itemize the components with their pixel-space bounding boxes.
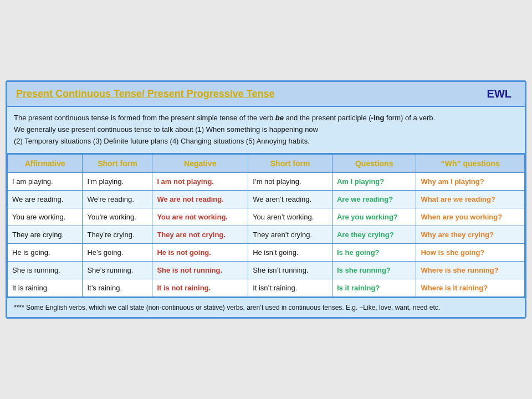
cell-affirmative: He is going. (8, 243, 83, 261)
intro-line3: We generally use present continuous tens… (14, 124, 518, 136)
cell-shortform2: It isn’t raining. (248, 279, 332, 296)
cell-affirmative: I am playing. (8, 172, 83, 190)
cell-affirmative: It is raining. (8, 279, 83, 296)
cell-shortform2: You aren’t working. (248, 208, 332, 226)
cell-shortform1: You’re working. (83, 208, 152, 226)
cell-shortform1: They’re crying. (83, 226, 152, 243)
cell-negative: You are not working. (152, 208, 248, 226)
cell-questions: Am I playing? (332, 172, 416, 190)
table-row: I am playing.I’m playing.I am not playin… (8, 172, 525, 190)
cell-shortform2: I’m not playing. (248, 172, 332, 190)
cell-negative: He is not going. (152, 243, 248, 261)
cell-shortform1: He’s going. (83, 243, 152, 261)
cell-shortform1: I’m playing. (83, 172, 152, 190)
table-row: They are crying.They’re crying.They are … (8, 226, 525, 243)
cell-negative: They are not crying. (152, 226, 248, 243)
cell-wh: What are we reading? (416, 190, 525, 208)
header-shortform1: Short form (83, 154, 152, 172)
cell-shortform1: It’s raining. (83, 279, 152, 296)
cell-questions: Are we reading? (332, 190, 416, 208)
ing-form: -ing (371, 114, 385, 122)
cell-shortform2: She isn’t running. (248, 261, 332, 279)
header-shortform2: Short form (248, 154, 332, 172)
table-row: He is going.He’s going.He is not going.H… (8, 243, 525, 261)
cell-shortform1: We’re reading. (83, 190, 152, 208)
cell-wh: Where is it raining? (416, 279, 525, 296)
intro-line4: (2) Temporary situations (3) Definite fu… (14, 136, 518, 147)
cell-wh: Where is she running? (416, 261, 525, 279)
header-row: Affirmative Short form Negative Short fo… (8, 154, 525, 172)
cell-wh: When are you working? (416, 208, 525, 226)
cell-questions: Are they crying? (332, 226, 416, 243)
cell-wh: How is she going? (416, 243, 525, 261)
cell-questions: Are you working? (332, 208, 416, 226)
cell-affirmative: We are reading. (8, 190, 83, 208)
cell-wh: Why are they crying? (416, 226, 525, 243)
header-negative: Negative (152, 154, 248, 172)
cell-negative: We are not reading. (152, 190, 248, 208)
cell-negative: She is not running. (152, 261, 248, 279)
cell-affirmative: They are crying. (8, 226, 83, 243)
cell-questions: Is it raining? (332, 279, 416, 296)
table-row: It is raining.It’s raining.It is not rai… (8, 279, 525, 296)
header-wh: “Wh” questions (416, 154, 525, 172)
table-row: We are reading.We’re reading.We are not … (8, 190, 525, 208)
table-row: She is running.She’s running.She is not … (8, 261, 525, 279)
tense-table: Affirmative Short form Negative Short fo… (7, 154, 525, 297)
cell-questions: Is she running? (332, 261, 416, 279)
verb-be: be (275, 114, 284, 122)
page-title: Present Continuous Tense/ Present Progre… (16, 88, 274, 100)
cell-affirmative: She is running. (8, 261, 83, 279)
cell-questions: Is he going? (332, 243, 416, 261)
cell-negative: It is not raining. (152, 279, 248, 296)
cell-negative: I am not playing. (152, 172, 248, 190)
intro-section: The present continuous tense is formed f… (7, 107, 525, 154)
cell-affirmative: You are working. (8, 208, 83, 226)
title-bar: Present Continuous Tense/ Present Progre… (7, 82, 525, 107)
footer-note: **** Some English verbs, which we call s… (7, 297, 525, 317)
cell-shortform2: We aren’t reading. (248, 190, 332, 208)
cell-shortform2: They aren’t crying. (248, 226, 332, 243)
cell-shortform2: He isn’t going. (248, 243, 332, 261)
ewl-badge: EWL (483, 86, 516, 101)
table-row: You are working.You’re working.You are n… (8, 208, 525, 226)
cell-wh: Why am I playing? (416, 172, 525, 190)
header-affirmative: Affirmative (8, 154, 83, 172)
cell-shortform1: She’s running. (83, 261, 152, 279)
intro-line1: The present continuous tense is formed f… (14, 112, 518, 124)
header-questions: Questions (332, 154, 416, 172)
main-card: Present Continuous Tense/ Present Progre… (6, 80, 526, 318)
